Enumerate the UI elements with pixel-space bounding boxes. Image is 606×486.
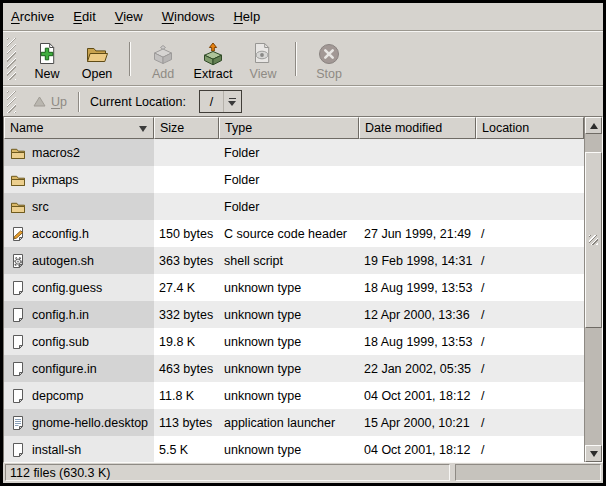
cell-date-modified: 18 Aug 1999, 13:53 — [359, 274, 476, 301]
vertical-scrollbar[interactable] — [584, 117, 602, 462]
file-list-area: NameSizeTypeDate modifiedLocation macros… — [3, 116, 603, 463]
cell-type: shell script — [219, 247, 359, 274]
cell-type: Folder — [219, 139, 359, 166]
launcher-file-icon — [10, 415, 26, 431]
cell-location: / — [476, 328, 584, 355]
stop-button[interactable]: Stop — [304, 35, 354, 83]
locationbar-drag-handle[interactable] — [7, 91, 16, 113]
table-row[interactable]: install-sh5.5 Kunknown type04 Oct 2001, … — [4, 436, 584, 462]
cell-location — [476, 193, 584, 220]
status-progress-frame — [455, 464, 601, 481]
table-row[interactable]: config.h.in332 bytesunknown type12 Apr 2… — [4, 301, 584, 328]
up-button-label: Up — [51, 95, 67, 109]
cell-type: C source code header — [219, 220, 359, 247]
column-header-location[interactable]: Location — [476, 117, 584, 139]
up-arrow-icon — [33, 96, 46, 107]
column-header-label: Location — [482, 121, 529, 135]
cell-date-modified: 04 Oct 2001, 18:12 — [359, 436, 476, 462]
up-button[interactable]: Up — [29, 93, 71, 111]
file-name: install-sh — [32, 443, 81, 457]
table-row[interactable]: acconfig.h150 bytesC source code header2… — [4, 220, 584, 247]
column-header-label: Date modified — [365, 121, 442, 135]
combo-dropdown-button[interactable] — [224, 91, 241, 112]
table-row[interactable]: depcomp11.8 Kunknown type04 Oct 2001, 18… — [4, 382, 584, 409]
cell-date-modified: 04 Oct 2001, 18:12 — [359, 382, 476, 409]
cell-size: 27.4 K — [154, 274, 219, 301]
toolbar-drag-handle[interactable] — [7, 38, 16, 80]
separator — [78, 92, 80, 112]
up-arrow-icon — [33, 96, 46, 107]
menu-edit[interactable]: Edit — [73, 9, 95, 24]
file-name: gnome-hello.desktop — [32, 416, 148, 430]
scroll-up-icon — [590, 123, 598, 129]
menu-archive[interactable]: Archive — [11, 9, 54, 24]
column-header-name[interactable]: Name — [4, 117, 154, 139]
toolbar-button-label: Open — [82, 67, 113, 81]
scrollbar-up-button[interactable] — [585, 117, 602, 134]
new-button[interactable]: New — [22, 35, 72, 83]
cell-size — [154, 193, 219, 220]
cell-name: configure.in — [4, 355, 154, 382]
separator — [295, 42, 297, 76]
cell-location: / — [476, 409, 584, 436]
extract-icon — [201, 42, 225, 66]
table-row[interactable]: autogen.sh363 bytesshell script19 Feb 19… — [4, 247, 584, 274]
current-location-combo[interactable]: / — [199, 90, 242, 113]
cell-date-modified: 15 Apr 2000, 10:21 — [359, 409, 476, 436]
add-button[interactable]: Add — [138, 35, 188, 83]
cell-location: / — [476, 220, 584, 247]
status-bar: 112 files (630.3 K) — [3, 463, 603, 483]
column-header-label: Type — [225, 121, 252, 135]
cell-type: unknown type — [219, 328, 359, 355]
file-name: configure.in — [32, 362, 97, 376]
column-header-size[interactable]: Size — [154, 117, 219, 139]
scrollbar-down-button[interactable] — [585, 445, 602, 462]
table-row[interactable]: pixmapsFolder — [4, 166, 584, 193]
table-row[interactable]: macros2Folder — [4, 139, 584, 166]
table-row[interactable]: srcFolder — [4, 193, 584, 220]
table-body: macros2FolderpixmapsFoldersrcFolderaccon… — [4, 139, 584, 462]
cell-name: autogen.sh — [4, 247, 154, 274]
cell-type: Folder — [219, 193, 359, 220]
scrollbar-thumb[interactable] — [585, 152, 602, 328]
cell-name: config.guess — [4, 274, 154, 301]
cell-date-modified: 22 Jan 2002, 05:35 — [359, 355, 476, 382]
menu-help[interactable]: Help — [233, 9, 260, 24]
menu-view[interactable]: View — [115, 9, 143, 24]
table-row[interactable]: configure.in463 bytesunknown type22 Jan … — [4, 355, 584, 382]
cell-location: / — [476, 247, 584, 274]
current-location-label: Current Location: — [90, 95, 186, 109]
folder-icon — [10, 172, 26, 188]
generic-file-icon — [10, 280, 26, 296]
table-row[interactable]: config.guess27.4 Kunknown type18 Aug 199… — [4, 274, 584, 301]
cell-location: / — [476, 274, 584, 301]
cell-name: pixmaps — [4, 166, 154, 193]
open-folder-icon — [85, 42, 109, 66]
column-header-date-modified[interactable]: Date modified — [359, 117, 476, 139]
view-button[interactable]: View — [238, 35, 288, 83]
cell-location: / — [476, 301, 584, 328]
cell-location: / — [476, 436, 584, 462]
cell-date-modified — [359, 139, 476, 166]
generic-file-icon — [10, 442, 26, 458]
scrollbar-trough[interactable] — [585, 134, 602, 445]
cell-name: config.sub — [4, 328, 154, 355]
chevron-down-icon — [228, 101, 236, 106]
cell-name: config.h.in — [4, 301, 154, 328]
toolbar-button-label: Stop — [316, 67, 342, 81]
open-button[interactable]: Open — [72, 35, 122, 83]
menu-bar: ArchiveEditViewWindowsHelp — [3, 3, 603, 30]
table-row[interactable]: config.sub19.8 Kunknown type18 Aug 1999,… — [4, 328, 584, 355]
column-header-label: Name — [10, 121, 43, 135]
table-row[interactable]: gnome-hello.desktop113 bytesapplication … — [4, 409, 584, 436]
menu-windows[interactable]: Windows — [162, 9, 215, 24]
generic-file-icon — [10, 334, 26, 350]
extract-button[interactable]: Extract — [188, 35, 238, 83]
column-header-type[interactable]: Type — [219, 117, 359, 139]
scroll-down-icon — [590, 451, 598, 457]
cell-size: 11.8 K — [154, 382, 219, 409]
generic-file-icon — [10, 307, 26, 323]
cell-type: unknown type — [219, 301, 359, 328]
current-location-value: / — [200, 91, 224, 112]
cell-name: src — [4, 193, 154, 220]
